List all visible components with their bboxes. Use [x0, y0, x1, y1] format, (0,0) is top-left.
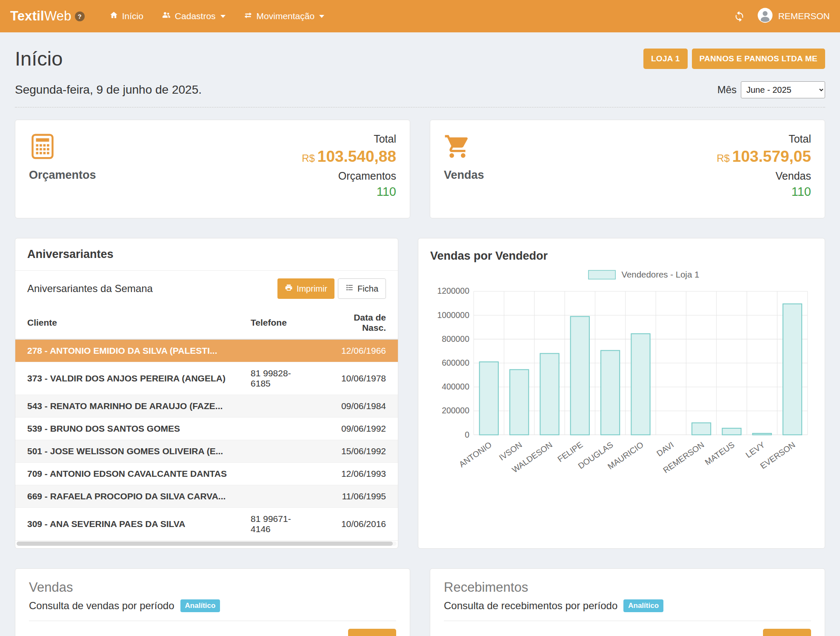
month-select[interactable]: June - 2025 — [741, 81, 825, 98]
user-menu[interactable]: REMERSON — [757, 7, 830, 26]
table-header-row: Cliente Telefone Data de Nasc. — [15, 307, 398, 339]
currency: R$ — [717, 152, 730, 164]
cell-telefone — [239, 339, 318, 362]
svg-text:ANTONIO: ANTONIO — [457, 440, 494, 469]
cell-telefone — [239, 463, 318, 485]
user-name: REMERSON — [778, 11, 830, 21]
ver-vendas-button[interactable]: Ver — [348, 629, 396, 636]
birthday-table: Cliente Telefone Data de Nasc. 278 - ANT… — [15, 307, 398, 541]
svg-text:Vendedores - Loja 1: Vendedores - Loja 1 — [622, 270, 700, 279]
cell-telefone — [239, 395, 318, 418]
svg-text:MATEUS: MATEUS — [703, 440, 736, 467]
total-amount: R$103.540,88 — [302, 148, 396, 166]
help-icon[interactable]: ? — [75, 11, 85, 21]
printer-icon — [285, 284, 293, 294]
chevron-down-icon — [319, 15, 324, 18]
table-row[interactable]: 539 - BRUNO DOS SANTOS GOMES09/06/1992 — [15, 418, 398, 440]
nav-item-cadastros[interactable]: Cadastros — [161, 11, 226, 22]
cell-cliente: 309 - ANA SEVERINA PAES DA SILVA — [15, 508, 239, 541]
count-label: Orçamentos — [302, 170, 396, 182]
total-amount: R$103.579,05 — [717, 148, 811, 166]
imprimir-label: Imprimir — [297, 284, 327, 294]
imprimir-button[interactable]: Imprimir — [277, 278, 334, 299]
cell-data: 12/06/1993 — [318, 463, 398, 485]
svg-text:600000: 600000 — [442, 358, 469, 367]
vendas-por-vendedor-card: Vendas por Vendedor Vendedores - Loja 10… — [418, 238, 825, 549]
currency: R$ — [302, 152, 315, 164]
nav-menu: Início Cadastros Movimentação — [109, 11, 324, 22]
table-horizontal-scrollbar[interactable] — [17, 541, 397, 546]
report-subtitle: Consulta de vendas por período — [29, 600, 174, 612]
list-icon — [346, 284, 354, 294]
calculator-icon — [29, 133, 96, 162]
sales-chart-svg: Vendedores - Loja 1020000040000060000080… — [430, 266, 813, 475]
cell-cliente: 539 - BRUNO DOS SANTOS GOMES — [15, 418, 239, 440]
orcamentos-card: Orçamentos Total R$103.540,88 Orçamentos… — [15, 120, 410, 218]
users-icon — [161, 11, 171, 22]
analitico-badge: Analítico — [180, 599, 220, 612]
table-row[interactable]: 501 - JOSE WELISSON GOMES OLIVEIRA (E...… — [15, 440, 398, 463]
refresh-icon[interactable] — [734, 11, 745, 22]
nav-item-inicio[interactable]: Início — [109, 11, 143, 22]
table-row[interactable]: 278 - ANTONIO EMIDIO DA SILVA (PALESTI..… — [15, 339, 398, 362]
count-label: Vendas — [717, 170, 811, 182]
dotted-separator — [15, 107, 825, 108]
svg-text:400000: 400000 — [442, 382, 469, 391]
amount-value: 103.540,88 — [317, 148, 396, 165]
cell-data: 12/06/1966 — [318, 339, 398, 362]
ver-recebimentos-button[interactable]: Ver — [763, 629, 811, 636]
company-button[interactable]: PANNOS E PANNOS LTDA ME — [692, 49, 825, 69]
svg-text:0: 0 — [465, 430, 469, 439]
home-icon — [109, 11, 118, 22]
aniversariantes-subtitle: Aniversariantes da Semana — [27, 283, 153, 295]
nav-item-movimentacao[interactable]: Movimentação — [243, 11, 325, 22]
count-value: 110 — [717, 185, 811, 199]
aniversariantes-title: Aniversariantes — [27, 248, 386, 261]
cell-data: 10/06/2016 — [318, 508, 398, 541]
recebimentos-report-card: Recebimentos Consulta de recebimentos po… — [430, 568, 825, 636]
aniversariantes-card: Aniversariantes Aniversariantes da Seman… — [15, 238, 398, 549]
svg-text:800000: 800000 — [442, 334, 469, 344]
table-row[interactable]: 543 - RENATO MARINHO DE ARAUJO (FAZE...0… — [15, 395, 398, 418]
current-date: Segunda-feira, 9 de junho de 2025. — [15, 83, 202, 97]
nav-item-label: Cadastros — [175, 11, 216, 21]
total-label: Total — [717, 133, 811, 145]
scrollbar-thumb[interactable] — [17, 541, 393, 546]
chart-title: Vendas por Vendedor — [430, 249, 813, 263]
page-title: Início — [15, 47, 63, 70]
cell-cliente: 669 - RAFAELA PROCOPIO DA SILVA CARVA... — [15, 485, 239, 508]
svg-text:1000000: 1000000 — [437, 310, 469, 320]
cell-cliente: 501 - JOSE WELISSON GOMES OLIVEIRA (E... — [15, 440, 239, 463]
cell-cliente: 709 - ANTONIO EDSON CAVALCANTE DANTAS — [15, 463, 239, 485]
birthday-table-body: 278 - ANTONIO EMIDIO DA SILVA (PALESTI..… — [15, 339, 398, 541]
brand-light: Web — [44, 9, 71, 24]
svg-text:IVSON: IVSON — [497, 440, 524, 462]
transfer-icon — [243, 11, 253, 22]
month-label: Mês — [717, 84, 737, 96]
cell-data: 09/06/1984 — [318, 395, 398, 418]
count-value: 110 — [302, 185, 396, 199]
col-data-nasc: Data de Nasc. — [318, 307, 398, 339]
svg-text:1200000: 1200000 — [437, 286, 469, 295]
amount-value: 103.579,05 — [732, 148, 811, 165]
ficha-label: Ficha — [357, 284, 378, 294]
ficha-button[interactable]: Ficha — [338, 278, 386, 299]
table-row[interactable]: 709 - ANTONIO EDSON CAVALCANTE DANTAS12/… — [15, 463, 398, 485]
svg-text:DAVI: DAVI — [655, 440, 676, 458]
brand-logo[interactable]: TextilWeb ? — [10, 9, 85, 24]
cell-telefone — [239, 418, 318, 440]
store-button[interactable]: LOJA 1 — [643, 49, 688, 69]
vendas-report-card: Vendas Consulta de vendas por período An… — [15, 568, 410, 636]
analitico-badge: Analítico — [623, 599, 663, 612]
table-row[interactable]: 669 - RAFAELA PROCOPIO DA SILVA CARVA...… — [15, 485, 398, 508]
chevron-down-icon — [220, 15, 226, 18]
nav-right: REMERSON — [734, 7, 830, 26]
card-name: Vendas — [444, 169, 484, 182]
card-name: Orçamentos — [29, 169, 96, 182]
brand-bold: Textil — [10, 9, 44, 24]
table-row[interactable]: 373 - VALDIR DOS ANJOS PEREIRA (ANGELA)8… — [15, 362, 398, 395]
cell-telefone — [239, 485, 318, 508]
top-navbar: TextilWeb ? Início Cadastros Movimentaçã… — [0, 0, 840, 32]
table-row[interactable]: 309 - ANA SEVERINA PAES DA SILVA81 99671… — [15, 508, 398, 541]
svg-text:200000: 200000 — [442, 406, 469, 415]
